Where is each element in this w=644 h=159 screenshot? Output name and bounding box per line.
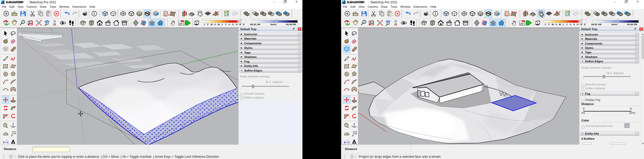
svg-text:D: D [584, 23, 586, 26]
svg-text:Noon: Noon [612, 23, 617, 26]
svg-text:O: O [236, 23, 238, 26]
svg-text:Noon: Noon [270, 23, 276, 26]
svg-text:M: M [552, 23, 554, 26]
svg-text:06:42 AM: 06:42 AM [591, 23, 601, 26]
svg-text:04:46 PM: 04:46 PM [286, 23, 296, 26]
svg-text:D: D [243, 23, 245, 26]
svg-text:A: A [570, 23, 571, 26]
svg-text:M: M [211, 23, 213, 26]
svg-text:J: J [566, 23, 567, 26]
svg-text:A: A [228, 23, 230, 26]
svg-text:A: A [555, 23, 557, 26]
svg-text:S: S [573, 23, 575, 26]
svg-text:N: N [580, 23, 582, 26]
svg-text:F: F [548, 23, 550, 26]
svg-text:J: J [222, 23, 223, 26]
svg-text:F: F [207, 23, 209, 26]
svg-text:J: J [545, 23, 546, 26]
svg-text:A: A [214, 23, 216, 26]
svg-text:O: O [577, 23, 579, 26]
svg-text:J: J [225, 23, 226, 26]
svg-text:J: J [563, 23, 564, 26]
svg-text:06:42 AM: 06:42 AM [250, 23, 260, 26]
svg-text:M: M [559, 23, 561, 26]
svg-text:M: M [218, 23, 220, 26]
svg-text:N: N [239, 23, 241, 26]
svg-text:04:46 PM: 04:46 PM [627, 23, 637, 26]
svg-text:J: J [204, 23, 205, 26]
svg-text:S: S [232, 23, 234, 26]
